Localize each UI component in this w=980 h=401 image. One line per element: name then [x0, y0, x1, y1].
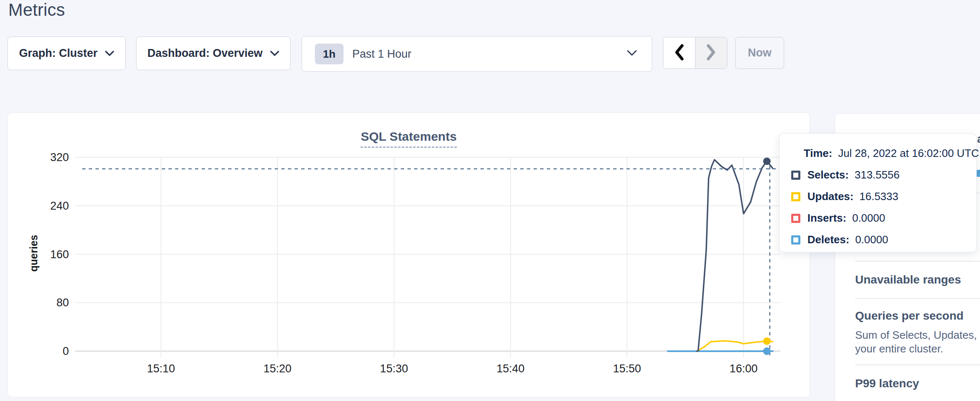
y-tick-label: 320: [50, 151, 69, 164]
sidebar-section-queries-per-second[interactable]: Queries per second: [855, 309, 963, 323]
deletes-swatch-icon: [791, 235, 800, 245]
y-tick-label: 80: [56, 296, 69, 309]
x-tick-label: 15:10: [147, 362, 175, 375]
next-range-button[interactable]: [695, 37, 727, 68]
dashboard-dropdown[interactable]: Dashboard: Overview: [136, 37, 290, 70]
graph-dropdown-label: Graph: Cluster: [19, 47, 98, 60]
tooltip-row-value: 0.0000: [852, 212, 885, 225]
y-tick-label: 160: [50, 248, 69, 261]
chevron-left-icon: [674, 44, 685, 63]
sidebar-section-unavailable-ranges[interactable]: Unavailable ranges: [855, 273, 961, 286]
sql-statements-card: SQL Statements 08016024032015:1015:2015:…: [7, 112, 810, 397]
x-tick-label: 15:50: [613, 362, 641, 375]
tooltip-time-value: Jul 28, 2022 at 16:02:00 UTC: [838, 147, 979, 159]
time-range-badge: 1h: [315, 44, 344, 64]
inserts-swatch-icon: [791, 214, 800, 223]
tooltip-row-label: Deletes:: [807, 233, 849, 246]
now-button[interactable]: Now: [735, 37, 784, 69]
clipped-chart-title-fragment: a: [977, 132, 980, 146]
selects-line: [697, 160, 773, 351]
time-range-arrows: [663, 37, 727, 69]
tooltip-time-label: Time:: [804, 147, 832, 159]
selects-swatch-icon: [791, 171, 800, 180]
x-tick-label: 16:00: [729, 362, 758, 375]
tooltip-row-label: Inserts:: [807, 212, 846, 225]
clipped-gridline-fragment: [977, 193, 980, 193]
x-tick-label: 15:20: [263, 362, 292, 375]
divider: [855, 364, 980, 365]
sql-statements-chart[interactable]: 08016024032015:1015:2015:3015:4015:5016:…: [8, 113, 810, 398]
selects-hover-dot: [763, 157, 770, 165]
tooltip-row-value: 16.5333: [859, 190, 898, 203]
tooltip-row-value: 0.0000: [855, 233, 888, 246]
time-range-selector[interactable]: 1h Past 1 Hour: [302, 36, 652, 72]
updates-hover-dot: [763, 337, 770, 345]
x-tick-label: 15:40: [497, 362, 525, 375]
updates-swatch-icon: [791, 192, 800, 201]
sidebar-section-description: your entire cluster.: [855, 342, 943, 355]
tooltip-row-value: 313.5556: [855, 169, 900, 181]
divider: [855, 298, 980, 299]
sidebar-section-p99-latency[interactable]: P99 latency: [855, 377, 919, 390]
tooltip-row-label: Updates:: [807, 190, 853, 203]
time-range-label: Past 1 Hour: [352, 48, 412, 61]
prev-range-button[interactable]: [663, 37, 695, 68]
y-tick-label: 0: [63, 345, 69, 357]
chevron-right-icon: [706, 44, 717, 63]
clipped-blue-line-fragment: [977, 170, 980, 177]
chevron-down-icon: [105, 51, 114, 56]
graph-dropdown[interactable]: Graph: Cluster: [7, 37, 126, 70]
y-tick-label: 240: [50, 200, 69, 212]
chevron-down-icon: [270, 51, 279, 56]
tooltip-row-label: Selects:: [807, 169, 849, 181]
page-title: Metrics: [8, 0, 65, 20]
chart-hover-tooltip: Time:Jul 28, 2022 at 16:02:00 UTC Select…: [779, 133, 977, 252]
dashboard-dropdown-label: Dashboard: Overview: [147, 47, 263, 60]
y-axis-label: queries: [28, 235, 39, 272]
updates-line: [697, 341, 773, 351]
deletes-hover-dot: [763, 347, 770, 355]
chevron-down-icon: [627, 50, 637, 58]
x-tick-label: 15:30: [380, 362, 408, 375]
divider: [855, 261, 980, 262]
sidebar-section-description: Sum of Selects, Updates, Inser: [855, 329, 980, 342]
